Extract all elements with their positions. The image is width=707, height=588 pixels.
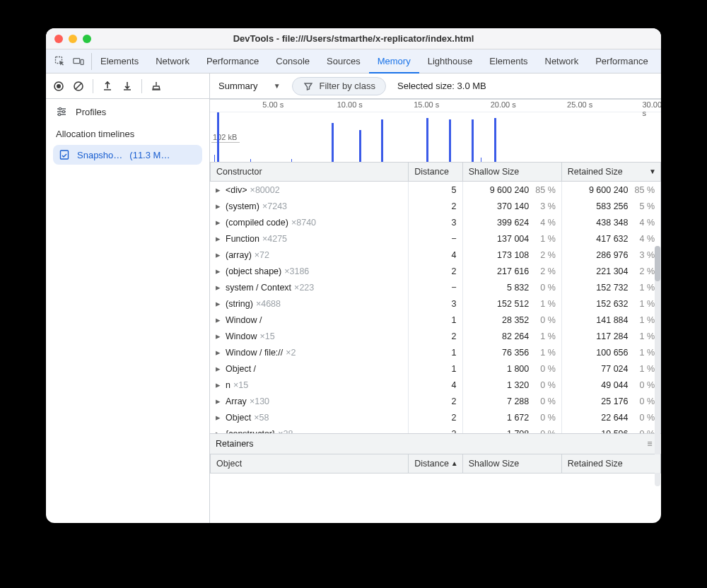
instance-count: ×72 [255, 250, 269, 260]
main-tabs: ElementsNetworkPerformanceConsoleSources… [46, 49, 661, 74]
shallow-cell: 370 140 3 % [462, 198, 561, 214]
disclosure-icon[interactable]: ▸ [216, 347, 223, 358]
tab-network[interactable]: Network [147, 49, 198, 73]
disclosure-icon[interactable]: ▸ [216, 282, 223, 293]
instance-count: ×4688 [256, 299, 281, 309]
disclosure-icon[interactable]: ▸ [216, 201, 223, 211]
table-row[interactable]: ▸ {constructor} ×2821 708 0 %19 596 0 % [210, 425, 661, 433]
instance-count: ×80002 [250, 185, 280, 195]
export-icon[interactable] [102, 81, 113, 92]
table-row[interactable]: ▸ Window / file:// ×2176 356 1 %100 656 … [210, 344, 661, 360]
table-row[interactable]: ▸ system / Context ×223−5 832 0 %152 732… [210, 279, 661, 295]
snapshot-item[interactable]: Snapsho… (11.3 M… [53, 145, 202, 165]
tab-elements[interactable]: Elements [481, 49, 536, 73]
close-dot[interactable] [54, 35, 63, 43]
timelines-label: Allocation timelines [56, 129, 134, 139]
tab-console[interactable]: Console [657, 49, 661, 73]
tab-lighthouse[interactable]: Lighthouse [419, 49, 481, 73]
memory-toolbar: Summary ▼ Filter by class Selected size:… [46, 74, 661, 99]
timeline-tick: 10.00 s [337, 100, 363, 109]
alloc-bar[interactable] [494, 118, 496, 162]
col-distance[interactable]: Distance [409, 163, 462, 182]
shallow-cell: 28 352 0 % [462, 312, 561, 328]
hamburger-icon[interactable]: ≡ [644, 438, 655, 449]
gc-broom-icon[interactable] [151, 81, 162, 92]
col-retained[interactable]: Retained Size▼ [561, 163, 660, 182]
alloc-bar[interactable] [472, 119, 474, 162]
zoom-dot[interactable] [83, 35, 91, 43]
record-icon[interactable] [53, 81, 64, 92]
alloc-bar[interactable] [426, 118, 428, 162]
disclosure-icon[interactable]: ▸ [216, 266, 223, 276]
ret-col-shallow[interactable]: Shallow Size [462, 454, 561, 474]
shallow-cell: 1 672 0 % [462, 409, 561, 425]
view-dropdown[interactable]: Summary ▼ [218, 81, 281, 91]
tab-performance[interactable]: Performance [198, 49, 267, 73]
disclosure-icon[interactable]: ▸ [216, 217, 223, 228]
disclosure-icon[interactable]: ▸ [216, 314, 223, 325]
disclosure-icon[interactable]: ▸ [216, 233, 223, 244]
alloc-bar[interactable] [381, 119, 383, 162]
allocation-timeline[interactable]: 5.00 s10.00 s15.00 s20.00 s25.00 s30.00 … [210, 99, 661, 163]
scrollbar-thumb[interactable] [655, 246, 660, 281]
table-row[interactable]: ▸ (string) ×46883152 512 1 %152 632 1 % [210, 295, 661, 312]
disclosure-icon[interactable]: ▸ [216, 363, 223, 374]
filter-input[interactable]: Filter by class [292, 77, 386, 95]
disclosure-icon[interactable]: ▸ [216, 298, 223, 309]
col-constructor[interactable]: Constructor [211, 163, 409, 182]
tab-memory[interactable]: Memory [369, 50, 419, 74]
alloc-bar[interactable] [217, 112, 219, 162]
scrollbar-track[interactable] [655, 246, 660, 486]
device-icon[interactable] [73, 56, 84, 67]
table-row[interactable]: ▸ Window / 128 352 0 %141 884 1 % [210, 312, 661, 328]
shallow-cell: 82 264 1 % [462, 328, 561, 344]
table-row[interactable]: ▸ Window ×15282 264 1 %117 284 1 % [210, 328, 661, 344]
alloc-minibar [481, 158, 481, 162]
table-row[interactable]: ▸ (array) ×724173 108 2 %286 976 3 % [210, 247, 661, 263]
tab-network[interactable]: Network [537, 49, 588, 73]
shallow-cell: 137 004 1 % [462, 230, 561, 247]
disclosure-icon[interactable]: ▸ [216, 249, 223, 260]
tab-console[interactable]: Console [267, 49, 318, 73]
disclosure-icon[interactable]: ▸ [216, 428, 223, 433]
profiles-header[interactable]: Profiles [46, 99, 209, 122]
tab-performance[interactable]: Performance [587, 49, 656, 73]
inspect-icon[interactable] [54, 56, 66, 67]
alloc-bar[interactable] [449, 119, 451, 162]
tab-sources[interactable]: Sources [318, 49, 369, 73]
table-row[interactable]: ▸ <div> ×8000259 600 240 85 %9 600 240 8… [210, 182, 661, 198]
alloc-bar[interactable] [359, 130, 361, 162]
col-shallow[interactable]: Shallow Size [462, 163, 561, 182]
minimize-dot[interactable] [69, 35, 77, 43]
import-icon[interactable] [122, 81, 133, 92]
shallow-cell: 1 708 0 % [462, 425, 561, 433]
disclosure-icon[interactable]: ▸ [216, 331, 223, 341]
ret-col-object[interactable]: Object [211, 454, 409, 474]
svg-point-8 [57, 84, 61, 88]
constructor-name: (array) [226, 250, 252, 260]
ret-col-distance[interactable]: Distance▲ [409, 454, 462, 474]
tab-elements[interactable]: Elements [92, 49, 147, 73]
table-row[interactable]: ▸ n ×1541 320 0 %49 044 0 % [210, 377, 661, 393]
table-row[interactable]: ▸ Object / 11 800 0 %77 024 1 % [210, 360, 661, 377]
table-row[interactable]: ▸ (system) ×72432370 140 3 %583 256 5 % [210, 198, 661, 214]
disclosure-icon[interactable]: ▸ [216, 412, 223, 423]
retained-cell: 583 256 5 % [561, 198, 660, 214]
filter-icon [303, 81, 314, 92]
disclosure-icon[interactable]: ▸ [216, 184, 223, 195]
alloc-bar[interactable] [332, 123, 334, 162]
table-row[interactable]: ▸ Function ×4275−137 004 1 %417 632 4 % [210, 230, 661, 247]
shallow-cell: 173 108 2 % [462, 247, 561, 263]
disclosure-icon[interactable]: ▸ [216, 380, 223, 390]
instance-count: ×15 [259, 331, 274, 341]
retainers-empty [210, 474, 661, 523]
table-row[interactable]: ▸ Array ×13027 288 0 %25 176 0 % [210, 393, 661, 409]
table-row[interactable]: ▸ Object ×5821 672 0 %22 644 0 % [210, 409, 661, 425]
distance-cell: 2 [409, 409, 463, 425]
disclosure-icon[interactable]: ▸ [216, 396, 223, 406]
ret-col-retained[interactable]: Retained Size [561, 454, 660, 474]
table-row[interactable]: ▸ (compiled code) ×87403399 624 4 %438 3… [210, 214, 661, 230]
table-row[interactable]: ▸ (object shape) ×31862217 616 2 %221 30… [210, 263, 661, 279]
clear-icon[interactable] [73, 81, 84, 92]
main-panel: 5.00 s10.00 s15.00 s20.00 s25.00 s30.00 … [210, 99, 661, 523]
